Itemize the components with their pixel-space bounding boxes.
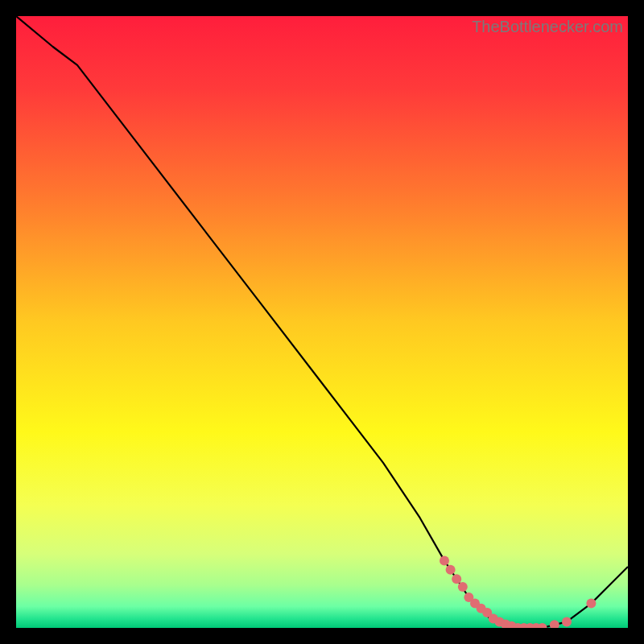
gradient-background [16,16,628,628]
highlight-dot [458,582,468,592]
highlight-dot [440,555,449,565]
chart-frame: TheBottlenecker.com [16,16,628,628]
watermark-label: TheBottlenecker.com [472,18,623,36]
highlight-dot [562,617,572,626]
highlight-dot [452,574,461,584]
highlight-dot [586,599,596,609]
highlight-dot [446,565,456,575]
chart-canvas [16,16,628,628]
